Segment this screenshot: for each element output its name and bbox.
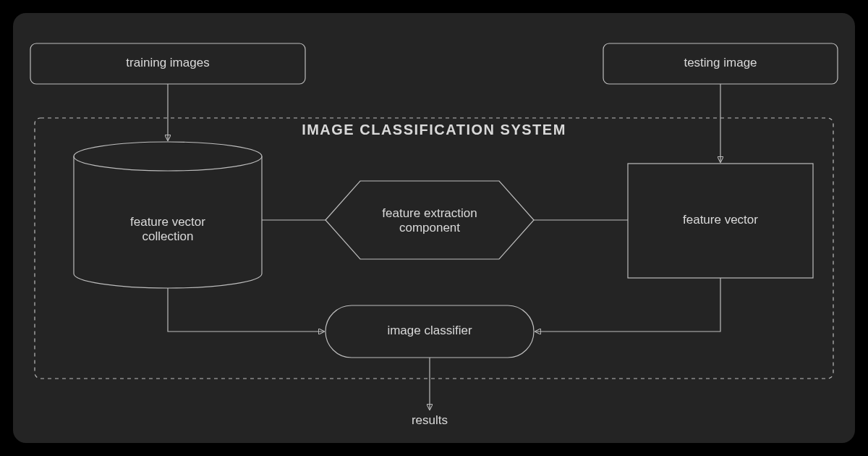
svg-point-0 <box>74 142 262 171</box>
edge-vector-to-classifier <box>535 278 720 332</box>
label-feature-vector-collection-l1: feature vector <box>130 215 205 229</box>
diagram-svg: IMAGE CLASSIFICATION SYSTEM training ima… <box>13 13 855 443</box>
label-testing-image: testing image <box>684 56 757 69</box>
label-feature-vector: feature vector <box>683 213 758 227</box>
label-feature-extraction-l2: component <box>399 221 460 235</box>
diagram-panel: IMAGE CLASSIFICATION SYSTEM training ima… <box>13 13 855 443</box>
system-title: IMAGE CLASSIFICATION SYSTEM <box>302 122 566 138</box>
label-feature-vector-collection-l2: collection <box>142 229 194 243</box>
label-image-classifier: image classifier <box>387 324 472 337</box>
label-feature-extraction-l1: feature extraction <box>382 206 477 220</box>
system-boundary <box>35 118 833 379</box>
edge-collection-to-classifier <box>168 288 324 332</box>
label-training-images: training images <box>126 56 209 69</box>
label-results: results <box>412 413 448 427</box>
